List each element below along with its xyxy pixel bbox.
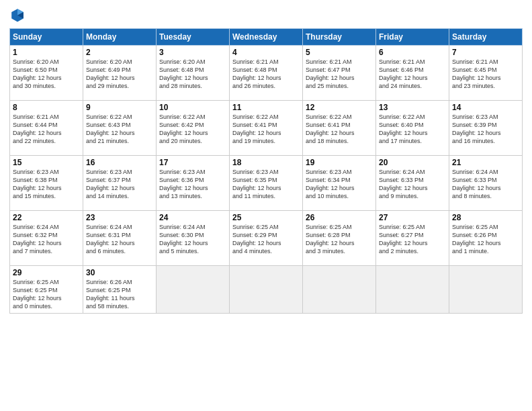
calendar-cell	[449, 266, 523, 314]
calendar-cell: 3Sunrise: 6:20 AM Sunset: 6:48 PM Daylig…	[157, 46, 230, 101]
calendar-cell: 1Sunrise: 6:20 AM Sunset: 6:50 PM Daylig…	[10, 46, 83, 101]
day-number: 24	[159, 213, 226, 222]
day-number: 12	[306, 103, 373, 112]
calendar-day-header: Wednesday	[230, 29, 303, 46]
calendar-cell: 5Sunrise: 6:21 AM Sunset: 6:47 PM Daylig…	[303, 46, 376, 101]
day-info: Sunrise: 6:24 AM Sunset: 6:32 PM Dayligh…	[13, 223, 80, 256]
day-number: 27	[379, 213, 446, 222]
calendar-cell: 14Sunrise: 6:23 AM Sunset: 6:39 PM Dayli…	[449, 101, 523, 156]
day-number: 9	[86, 103, 153, 112]
calendar-week-row: 22Sunrise: 6:24 AM Sunset: 6:32 PM Dayli…	[10, 211, 523, 266]
day-info: Sunrise: 6:20 AM Sunset: 6:49 PM Dayligh…	[86, 58, 153, 91]
calendar-header-row: SundayMondayTuesdayWednesdayThursdayFrid…	[10, 29, 523, 46]
calendar-cell: 10Sunrise: 6:22 AM Sunset: 6:42 PM Dayli…	[157, 101, 230, 156]
calendar-week-row: 15Sunrise: 6:23 AM Sunset: 6:38 PM Dayli…	[10, 156, 523, 211]
calendar-cell: 18Sunrise: 6:23 AM Sunset: 6:35 PM Dayli…	[230, 156, 303, 211]
calendar-cell: 17Sunrise: 6:23 AM Sunset: 6:36 PM Dayli…	[157, 156, 230, 211]
calendar-cell: 24Sunrise: 6:24 AM Sunset: 6:30 PM Dayli…	[157, 211, 230, 266]
day-number: 10	[159, 103, 226, 112]
day-info: Sunrise: 6:22 AM Sunset: 6:40 PM Dayligh…	[379, 113, 446, 146]
day-number: 21	[452, 158, 519, 167]
day-number: 18	[232, 158, 300, 167]
calendar-cell: 9Sunrise: 6:22 AM Sunset: 6:43 PM Daylig…	[83, 101, 157, 156]
day-info: Sunrise: 6:26 AM Sunset: 6:25 PM Dayligh…	[86, 278, 153, 311]
day-number: 1	[13, 48, 80, 57]
day-number: 2	[86, 48, 153, 57]
calendar-day-header: Tuesday	[157, 29, 230, 46]
calendar-cell	[157, 266, 230, 314]
day-info: Sunrise: 6:23 AM Sunset: 6:39 PM Dayligh…	[452, 113, 519, 146]
calendar-cell: 12Sunrise: 6:22 AM Sunset: 6:41 PM Dayli…	[303, 101, 376, 156]
calendar-cell: 27Sunrise: 6:25 AM Sunset: 6:27 PM Dayli…	[376, 211, 449, 266]
calendar-week-row: 8Sunrise: 6:21 AM Sunset: 6:44 PM Daylig…	[10, 101, 523, 156]
day-info: Sunrise: 6:24 AM Sunset: 6:30 PM Dayligh…	[159, 223, 226, 256]
calendar-cell: 11Sunrise: 6:22 AM Sunset: 6:41 PM Dayli…	[230, 101, 303, 156]
day-number: 15	[13, 158, 80, 167]
day-info: Sunrise: 6:20 AM Sunset: 6:48 PM Dayligh…	[159, 58, 226, 91]
day-info: Sunrise: 6:23 AM Sunset: 6:34 PM Dayligh…	[306, 168, 373, 201]
calendar-cell: 23Sunrise: 6:24 AM Sunset: 6:31 PM Dayli…	[83, 211, 157, 266]
day-info: Sunrise: 6:22 AM Sunset: 6:41 PM Dayligh…	[306, 113, 373, 146]
day-number: 5	[306, 48, 373, 57]
day-number: 23	[86, 213, 153, 222]
calendar-day-header: Monday	[83, 29, 157, 46]
calendar-week-row: 29Sunrise: 6:25 AM Sunset: 6:25 PM Dayli…	[10, 266, 523, 314]
calendar-cell: 26Sunrise: 6:25 AM Sunset: 6:28 PM Dayli…	[303, 211, 376, 266]
day-info: Sunrise: 6:24 AM Sunset: 6:31 PM Dayligh…	[86, 223, 153, 256]
day-info: Sunrise: 6:22 AM Sunset: 6:41 PM Dayligh…	[232, 113, 300, 146]
day-number: 26	[306, 213, 373, 222]
calendar-cell: 7Sunrise: 6:21 AM Sunset: 6:45 PM Daylig…	[449, 46, 523, 101]
day-number: 3	[159, 48, 226, 57]
day-number: 8	[13, 103, 80, 112]
day-number: 30	[86, 268, 153, 277]
calendar-cell: 20Sunrise: 6:24 AM Sunset: 6:33 PM Dayli…	[376, 156, 449, 211]
day-info: Sunrise: 6:21 AM Sunset: 6:44 PM Dayligh…	[13, 113, 80, 146]
calendar-day-header: Thursday	[303, 29, 376, 46]
day-number: 20	[379, 158, 446, 167]
calendar-day-header: Saturday	[449, 29, 523, 46]
day-number: 7	[452, 48, 519, 57]
logo	[9, 7, 28, 23]
day-info: Sunrise: 6:21 AM Sunset: 6:47 PM Dayligh…	[306, 58, 373, 91]
calendar-cell: 4Sunrise: 6:21 AM Sunset: 6:48 PM Daylig…	[230, 46, 303, 101]
day-info: Sunrise: 6:25 AM Sunset: 6:25 PM Dayligh…	[13, 278, 80, 311]
calendar-cell: 2Sunrise: 6:20 AM Sunset: 6:49 PM Daylig…	[83, 46, 157, 101]
calendar-cell: 15Sunrise: 6:23 AM Sunset: 6:38 PM Dayli…	[10, 156, 83, 211]
calendar-cell: 30Sunrise: 6:26 AM Sunset: 6:25 PM Dayli…	[83, 266, 157, 314]
day-number: 17	[159, 158, 226, 167]
logo-icon	[9, 7, 26, 23]
calendar-cell: 21Sunrise: 6:24 AM Sunset: 6:33 PM Dayli…	[449, 156, 523, 211]
calendar-week-row: 1Sunrise: 6:20 AM Sunset: 6:50 PM Daylig…	[10, 46, 523, 101]
calendar-cell: 22Sunrise: 6:24 AM Sunset: 6:32 PM Dayli…	[10, 211, 83, 266]
day-number: 14	[452, 103, 519, 112]
calendar-cell: 13Sunrise: 6:22 AM Sunset: 6:40 PM Dayli…	[376, 101, 449, 156]
header	[9, 7, 523, 23]
calendar-cell: 16Sunrise: 6:23 AM Sunset: 6:37 PM Dayli…	[83, 156, 157, 211]
day-number: 13	[379, 103, 446, 112]
day-info: Sunrise: 6:23 AM Sunset: 6:35 PM Dayligh…	[232, 168, 300, 201]
day-info: Sunrise: 6:22 AM Sunset: 6:42 PM Dayligh…	[159, 113, 226, 146]
day-number: 16	[86, 158, 153, 167]
day-info: Sunrise: 6:21 AM Sunset: 6:45 PM Dayligh…	[452, 58, 519, 91]
calendar-cell	[303, 266, 376, 314]
day-info: Sunrise: 6:21 AM Sunset: 6:46 PM Dayligh…	[379, 58, 446, 91]
calendar-table: SundayMondayTuesdayWednesdayThursdayFrid…	[9, 28, 523, 314]
day-info: Sunrise: 6:25 AM Sunset: 6:26 PM Dayligh…	[452, 223, 519, 256]
day-number: 28	[452, 213, 519, 222]
calendar-day-header: Friday	[376, 29, 449, 46]
calendar-page: SundayMondayTuesdayWednesdayThursdayFrid…	[0, 0, 532, 411]
day-info: Sunrise: 6:25 AM Sunset: 6:29 PM Dayligh…	[232, 223, 300, 256]
calendar-cell: 19Sunrise: 6:23 AM Sunset: 6:34 PM Dayli…	[303, 156, 376, 211]
day-info: Sunrise: 6:24 AM Sunset: 6:33 PM Dayligh…	[379, 168, 446, 201]
day-info: Sunrise: 6:25 AM Sunset: 6:28 PM Dayligh…	[306, 223, 373, 256]
day-number: 19	[306, 158, 373, 167]
day-info: Sunrise: 6:21 AM Sunset: 6:48 PM Dayligh…	[232, 58, 300, 91]
calendar-cell: 25Sunrise: 6:25 AM Sunset: 6:29 PM Dayli…	[230, 211, 303, 266]
calendar-cell: 29Sunrise: 6:25 AM Sunset: 6:25 PM Dayli…	[10, 266, 83, 314]
day-info: Sunrise: 6:20 AM Sunset: 6:50 PM Dayligh…	[13, 58, 80, 91]
day-number: 22	[13, 213, 80, 222]
day-info: Sunrise: 6:25 AM Sunset: 6:27 PM Dayligh…	[379, 223, 446, 256]
day-number: 25	[232, 213, 300, 222]
day-number: 4	[232, 48, 300, 57]
day-info: Sunrise: 6:23 AM Sunset: 6:37 PM Dayligh…	[86, 168, 153, 201]
